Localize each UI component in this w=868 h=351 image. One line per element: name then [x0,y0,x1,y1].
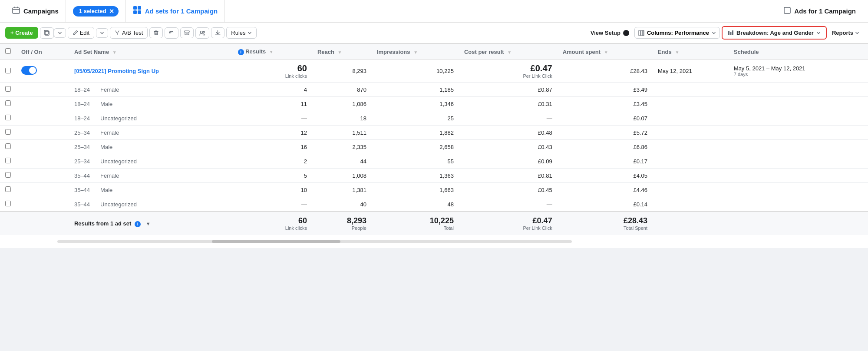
audience-button[interactable] [195,27,209,39]
dropdown-button[interactable] [54,28,66,38]
sort-arrow-name: ▼ [112,50,117,55]
gender-label: Male [100,187,112,193]
header-reach[interactable]: Reach ▼ [312,44,372,60]
breakdown-reach: 18 [312,111,372,126]
breakdown-row: 25–34 Uncategorized 2 44 55 £0.09 £0.17 [0,154,868,169]
header-cost[interactable]: Cost per result ▼ [459,44,558,60]
breakdown-amount: £0.14 [558,197,653,212]
header-results[interactable]: i Results ▼ [231,44,312,60]
breakdown-amount: £6.86 [558,140,653,154]
breakdown-cost: £0.45 [459,183,558,197]
breakdown-age-gender: 25–34 Female [69,126,231,140]
breakdown-results: 12 [231,126,312,140]
breakdown-results: 4 [231,83,312,97]
breakdown-checkbox[interactable] [0,140,16,154]
svg-rect-8 [185,31,189,32]
breakdown-results: 11 [231,97,312,111]
breakdown-reach: 2,335 [312,140,372,154]
breakdown-age-gender: 25–34 Uncategorized [69,154,231,169]
gender-label: Uncategorized [100,158,137,165]
view-setup-button[interactable]: View Setup [587,27,633,38]
info-icon[interactable]: i [238,49,244,55]
selected-badge[interactable]: 1 selected ✕ [73,6,119,17]
ad-set-name-link[interactable]: [05/05/2021] Promoting Sign Up [74,68,159,74]
create-button[interactable]: + Create [5,27,38,39]
select-all-checkbox-header[interactable] [0,44,16,60]
ad-sets-section: Ad sets for 1 Campaign [126,0,225,22]
campaigns-label: Campaigns [23,7,59,15]
svg-rect-12 [641,30,643,36]
selected-section: 1 selected ✕ [66,0,126,22]
breakdown-checkbox[interactable] [0,154,16,169]
scrollbar-thumb[interactable] [212,240,340,243]
undo-button[interactable] [165,27,178,39]
edit-dropdown-button[interactable] [96,28,108,38]
reports-button[interactable]: Reports [828,27,863,38]
gender-label: Male [100,144,112,150]
sort-arrow-results: ▼ [269,50,274,54]
breakdown-button[interactable]: Breakdown: Age and Gender [722,26,827,40]
breakdown-reach: 44 [312,154,372,169]
export-button[interactable] [211,27,224,38]
breakdown-toggle [16,97,69,111]
ad-set-toggle[interactable] [21,66,37,75]
breakdown-ends [653,183,729,197]
footer-impressions-cell: 10,225 Total [372,212,459,235]
rules-button[interactable]: Rules [226,27,256,39]
header-ad-set-name[interactable]: Ad Set Name ▼ [69,44,231,60]
footer-toggle [16,212,69,235]
breakdown-reach: 1,008 [312,169,372,183]
svg-rect-4 [138,10,141,14]
breakdown-ends [653,140,729,154]
breakdown-checkbox[interactable] [0,183,16,197]
breakdown-ends [653,111,729,126]
footer-info-icon[interactable]: i [135,221,141,227]
ad-set-name-cell: [05/05/2021] Promoting Sign Up [69,60,231,83]
ads-campaign-section: Ads for 1 Campaign [777,0,863,22]
ad-sets-icon [133,6,142,17]
delete-button[interactable] [149,27,163,38]
breakdown-results: 10 [231,183,312,197]
footer-schedule-cell [729,212,868,235]
svg-rect-3 [133,10,137,14]
breakdown-schedule [729,126,868,140]
breakdown-toggle [16,197,69,212]
columns-button[interactable]: Columns: Performance [634,27,720,39]
age-label: 35–44 [74,172,90,179]
campaigns-section: Campaigns [5,0,66,22]
breakdown-row: 35–44 Male 10 1,381 1,663 £0.45 £4.46 [0,183,868,197]
breakdown-results: — [231,197,312,212]
breakdown-age-gender: 18–24 Female [69,83,231,97]
svg-point-9 [201,31,203,33]
age-label: 35–44 [74,187,90,193]
row-checkbox[interactable] [0,60,16,83]
row-toggle[interactable] [16,60,69,83]
breakdown-checkbox[interactable] [0,126,16,140]
age-label: 25–34 [74,129,90,136]
header-impressions[interactable]: Impressions ▼ [372,44,459,60]
breakdown-checkbox[interactable] [0,83,16,97]
header-ends[interactable]: Ends ▼ [653,44,729,60]
header-schedule[interactable]: Schedule [729,44,868,60]
header-amount[interactable]: Amount spent ▼ [558,44,653,60]
svg-rect-5 [784,7,790,13]
breakdown-row: 25–34 Female 12 1,511 1,882 £0.48 £5.72 [0,126,868,140]
breakdown-schedule [729,83,868,97]
footer-results-cell: 60 Link clicks [231,212,312,235]
ab-test-button[interactable]: A/B Test [110,27,148,39]
breakdown-checkbox[interactable] [0,169,16,183]
edit-button[interactable]: Edit [68,27,94,39]
breakdown-checkbox[interactable] [0,97,16,111]
breakdown-cost: £0.43 [459,140,558,154]
duplicate-button[interactable] [40,27,54,39]
archive-button[interactable] [180,27,194,38]
clear-selected-button[interactable]: ✕ [109,8,114,15]
breakdown-checkbox[interactable] [0,111,16,126]
breakdown-cost: £0.81 [459,169,558,183]
breakdown-cost: £0.48 [459,126,558,140]
select-all-checkbox[interactable] [5,48,11,54]
breakdown-age-gender: 18–24 Uncategorized [69,111,231,126]
breakdown-checkbox[interactable] [0,197,16,212]
age-label: 18–24 [74,101,90,107]
breakdown-cost: — [459,111,558,126]
